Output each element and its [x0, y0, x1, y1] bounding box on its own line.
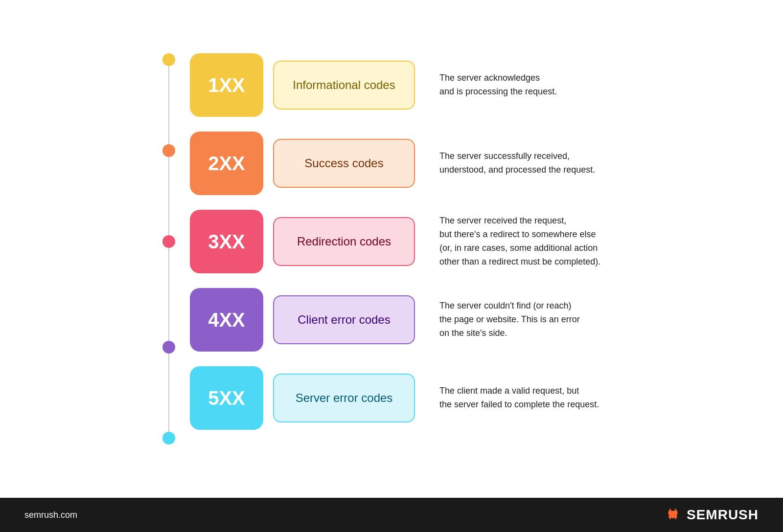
- code-box-2xx: 2XX: [190, 132, 263, 195]
- timeline-dot-2xx: [162, 144, 175, 157]
- semrush-icon: [664, 506, 682, 524]
- label-box-5xx: Server error codes: [273, 374, 415, 422]
- timeline-dot-1xx: [162, 53, 175, 66]
- timeline-dot-5xx: [162, 432, 175, 444]
- row-3xx: 3XXRedirection codesThe server received …: [190, 210, 621, 273]
- footer: semrush.com SEMRUSH: [0, 498, 783, 532]
- timeline: [162, 53, 175, 444]
- label-box-2xx: Success codes: [273, 139, 415, 188]
- label-box-1xx: Informational codes: [273, 61, 415, 110]
- label-box-4xx: Client error codes: [273, 295, 415, 344]
- timeline-dot-3xx: [162, 235, 175, 248]
- description-3xx: The server received the request, but the…: [425, 214, 621, 269]
- main-content: 1XXInformational codesThe server acknowl…: [0, 0, 783, 498]
- description-4xx: The server couldn't find (or reach) the …: [425, 299, 621, 340]
- footer-url: semrush.com: [24, 510, 77, 520]
- footer-brand: SEMRUSH: [687, 507, 759, 523]
- rows-container: 1XXInformational codesThe server acknowl…: [190, 53, 621, 444]
- description-5xx: The client made a valid request, but the…: [425, 384, 621, 412]
- code-box-3xx: 3XX: [190, 210, 263, 273]
- timeline-dot-4xx: [162, 341, 175, 354]
- row-1xx: 1XXInformational codesThe server acknowl…: [190, 53, 621, 117]
- description-2xx: The server successfully received, unders…: [425, 150, 621, 177]
- label-box-3xx: Redirection codes: [273, 217, 415, 266]
- description-1xx: The server acknowledges and is processin…: [425, 71, 621, 99]
- code-box-5xx: 5XX: [190, 366, 263, 430]
- code-box-4xx: 4XX: [190, 288, 263, 352]
- footer-logo: SEMRUSH: [664, 506, 759, 524]
- code-box-1xx: 1XX: [190, 53, 263, 117]
- row-4xx: 4XXClient error codesThe server couldn't…: [190, 288, 621, 352]
- diagram: 1XXInformational codesThe server acknowl…: [162, 53, 621, 444]
- row-2xx: 2XXSuccess codesThe server successfully …: [190, 132, 621, 195]
- row-5xx: 5XXServer error codesThe client made a v…: [190, 366, 621, 430]
